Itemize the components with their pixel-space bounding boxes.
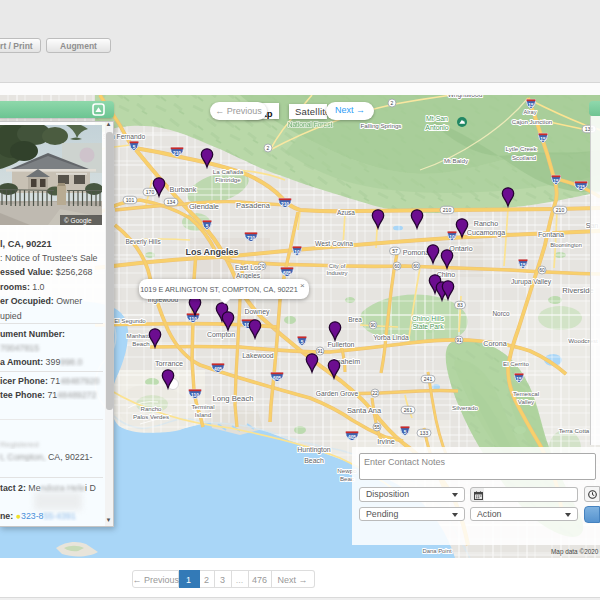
svg-text:Dana Point: Dana Point xyxy=(422,548,452,554)
svg-text:Ontario: Ontario xyxy=(449,245,472,253)
svg-text:State Park: State Park xyxy=(412,323,444,330)
svg-text:Rancho: Rancho xyxy=(474,220,499,228)
svg-text:Jurupa Valley: Jurupa Valley xyxy=(511,278,552,286)
svg-text:15: 15 xyxy=(540,137,546,142)
svg-text:Silverado: Silverado xyxy=(452,404,478,411)
svg-text:91: 91 xyxy=(317,348,323,354)
svg-text:Bloomington: Bloomington xyxy=(550,242,582,248)
svg-text:110: 110 xyxy=(189,317,197,322)
svg-text:710: 710 xyxy=(247,236,255,241)
svg-text:Fullerton: Fullerton xyxy=(328,341,355,348)
svg-text:210: 210 xyxy=(173,151,181,156)
svg-text:Lytle Creek: Lytle Creek xyxy=(505,145,537,152)
svg-text:210: 210 xyxy=(556,207,565,213)
svg-text:Downey: Downey xyxy=(245,308,270,316)
svg-text:605: 605 xyxy=(283,271,291,276)
svg-text:405: 405 xyxy=(348,435,356,440)
svg-text:Brea: Brea xyxy=(348,316,362,323)
svg-text:Scotland: Scotland xyxy=(512,154,537,161)
svg-text:5: 5 xyxy=(133,145,136,150)
svg-text:10: 10 xyxy=(294,250,300,255)
svg-text:261: 261 xyxy=(404,407,413,413)
svg-text:Beverly Hills: Beverly Hills xyxy=(125,238,160,246)
svg-text:Torrance: Torrance xyxy=(155,359,183,368)
svg-text:134: 134 xyxy=(167,199,176,205)
svg-text:57: 57 xyxy=(392,248,398,254)
svg-text:60: 60 xyxy=(394,263,400,269)
svg-text:Beach: Beach xyxy=(132,340,149,347)
svg-text:5: 5 xyxy=(301,340,304,345)
svg-text:Riverside: Riverside xyxy=(562,286,593,295)
svg-text:605: 605 xyxy=(273,376,281,381)
svg-text:22: 22 xyxy=(372,390,378,396)
svg-text:Terminal: Terminal xyxy=(191,403,214,410)
svg-text:Rancho: Rancho xyxy=(140,405,162,412)
svg-text:60: 60 xyxy=(413,263,419,269)
svg-text:Los Angeles: Los Angeles xyxy=(185,247,238,257)
svg-text:Pasadena: Pasadena xyxy=(236,201,271,210)
svg-text:Compton: Compton xyxy=(207,331,235,339)
svg-text:City of: City of xyxy=(329,263,346,269)
svg-text:5: 5 xyxy=(206,224,209,229)
svg-text:Corona: Corona xyxy=(483,340,506,348)
svg-text:215: 215 xyxy=(577,185,585,190)
svg-text:Irvine: Irvine xyxy=(377,437,395,446)
svg-text:Industry: Industry xyxy=(327,270,348,276)
svg-text:East Los: East Los xyxy=(235,264,262,271)
svg-text:Beach: Beach xyxy=(304,457,324,464)
svg-text:405: 405 xyxy=(214,367,222,372)
svg-text:Azusa: Azusa xyxy=(337,209,355,216)
svg-text:Lakewood: Lakewood xyxy=(242,352,274,359)
svg-text:210: 210 xyxy=(443,207,452,213)
svg-text:5: 5 xyxy=(404,430,407,435)
svg-text:Mt Baldy: Mt Baldy xyxy=(444,157,469,164)
svg-text:133: 133 xyxy=(420,430,429,436)
svg-text:Burbank: Burbank xyxy=(170,185,197,194)
svg-text:60: 60 xyxy=(539,267,545,273)
svg-text:101: 101 xyxy=(126,197,135,203)
svg-text:Glendale: Glendale xyxy=(189,202,219,211)
svg-text:210: 210 xyxy=(281,202,289,207)
svg-text:91: 91 xyxy=(456,337,462,343)
svg-text:Flintridge: Flintridge xyxy=(215,176,241,183)
svg-text:241: 241 xyxy=(424,376,433,382)
svg-text:170: 170 xyxy=(146,189,155,195)
svg-text:Long Beach: Long Beach xyxy=(212,394,253,403)
svg-text:Pomona: Pomona xyxy=(403,249,429,257)
svg-text:Terra Cotta: Terra Cotta xyxy=(559,427,590,434)
svg-text:2: 2 xyxy=(267,145,270,151)
svg-text:15: 15 xyxy=(528,103,534,108)
svg-text:Fontana: Fontana xyxy=(538,231,564,239)
svg-text:Huntington: Huntington xyxy=(297,446,330,454)
svg-text:15: 15 xyxy=(553,179,559,184)
svg-text:Antonio: Antonio xyxy=(425,124,449,131)
svg-text:83: 83 xyxy=(457,302,463,308)
svg-text:55: 55 xyxy=(374,424,380,430)
svg-text:Garden Grove: Garden Grove xyxy=(316,390,359,397)
svg-text:Norco: Norco xyxy=(492,310,509,317)
svg-text:© Google: © Google xyxy=(64,217,92,225)
svg-text:El Segundo: El Segundo xyxy=(114,317,146,324)
svg-text:La Cañada: La Cañada xyxy=(213,168,244,175)
svg-text:Valley: Valley xyxy=(518,398,535,405)
svg-text:90: 90 xyxy=(370,322,376,328)
svg-text:Island: Island xyxy=(195,411,211,418)
svg-text:West Covina: West Covina xyxy=(315,240,353,247)
svg-text:Chino Hills: Chino Hills xyxy=(412,315,445,322)
svg-text:Map data ©2020 Googl: Map data ©2020 Googl xyxy=(551,548,600,556)
svg-text:2: 2 xyxy=(391,100,394,106)
svg-text:15: 15 xyxy=(516,377,522,382)
svg-text:10: 10 xyxy=(449,235,455,240)
svg-text:Cucamonga: Cucamonga xyxy=(467,229,505,237)
svg-text:Alray: Alray xyxy=(524,109,537,115)
svg-text:110: 110 xyxy=(191,393,199,398)
svg-text:National Forest: National Forest xyxy=(288,121,333,128)
svg-text:El Cerrito: El Cerrito xyxy=(503,360,529,367)
svg-text:Palos Verdes: Palos Verdes xyxy=(133,413,169,420)
svg-text:Mt San: Mt San xyxy=(426,115,448,122)
svg-text:Santa Ana: Santa Ana xyxy=(347,406,382,415)
svg-text:Cajon Junction: Cajon Junction xyxy=(512,118,552,125)
svg-text:Falling Springs: Falling Springs xyxy=(361,122,402,129)
svg-text:15: 15 xyxy=(520,263,526,268)
svg-text:Yorba Linda: Yorba Linda xyxy=(373,334,409,341)
